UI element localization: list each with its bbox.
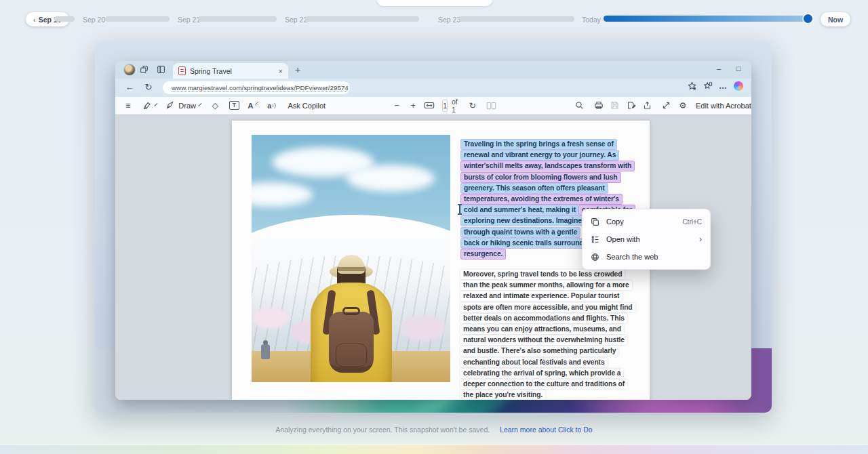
gear-icon[interactable]: ⚙: [677, 99, 689, 112]
timeline-track-segment[interactable]: [105, 16, 170, 22]
menu-item-copy[interactable]: Copy Ctrl+C: [583, 213, 710, 230]
timeline-date-sep20: Sep 20: [83, 16, 105, 24]
snapshot-card: Spring Travel × + – □ × ← ↻ www.margiest…: [95, 41, 772, 413]
copy-icon: [591, 218, 599, 226]
timeline-track-segment[interactable]: [459, 16, 574, 22]
read-aloud-icon[interactable]: a: [266, 99, 278, 112]
submenu-chevron-icon: ›: [699, 234, 702, 244]
timeline-date-sep21: Sep 21: [178, 16, 200, 24]
collections-icon[interactable]: [703, 81, 713, 91]
ask-copilot-button[interactable]: Ask Copilot: [288, 102, 326, 110]
chevron-down-icon[interactable]: [198, 103, 201, 106]
chevron-left-icon: ‹: [33, 16, 36, 24]
timeline-scrubber-knob[interactable]: [804, 14, 812, 23]
minimize-button[interactable]: –: [713, 64, 724, 73]
learn-more-link[interactable]: Learn more about Click to Do: [500, 426, 593, 434]
url-text: www.margiestravel.com/springtravelideas/…: [172, 84, 349, 91]
save-as-icon[interactable]: [625, 99, 637, 112]
workspaces-icon[interactable]: [140, 65, 152, 74]
share-icon[interactable]: [642, 99, 654, 112]
page-count-label: of 1: [452, 98, 458, 114]
url-bar-actions: …: [687, 81, 743, 91]
timeline-active-track[interactable]: [604, 16, 811, 22]
timeline-date-sep22: Sep 22: [285, 16, 307, 24]
highlighted-line[interactable]: resurgence.: [460, 249, 506, 260]
zoom-out-icon[interactable]: −: [391, 99, 403, 112]
menu-shortcut: Ctrl+C: [682, 218, 702, 226]
context-menu: Copy Ctrl+C Open with › Search the web: [582, 209, 711, 270]
travel-photo[interactable]: [252, 135, 450, 382]
chevron-down-icon[interactable]: [155, 103, 158, 106]
menu-item-search-web[interactable]: Search the web: [583, 248, 710, 266]
taskbar-strip: [0, 445, 868, 454]
zoom-in-icon[interactable]: +: [407, 99, 419, 112]
timeline-now-pill[interactable]: Now: [821, 12, 850, 26]
body-paragraph: Moreover, spring travel tends to be less…: [463, 267, 646, 398]
menu-item-label: Copy: [606, 218, 624, 226]
maximize-button[interactable]: □: [733, 64, 744, 73]
menu-item-label: Open with: [606, 235, 640, 243]
draw-pen-icon[interactable]: [163, 99, 176, 112]
text-line[interactable]: the place you're visiting.: [460, 390, 545, 400]
globe-icon: [591, 253, 599, 262]
timeline-track-segment[interactable]: [54, 16, 75, 22]
page-view-icon[interactable]: [486, 99, 498, 112]
recall-search-pill[interactable]: [377, 0, 492, 6]
rotate-icon[interactable]: ↻: [467, 99, 479, 112]
profile-avatar[interactable]: [123, 64, 136, 76]
fit-to-width-icon[interactable]: [423, 99, 435, 112]
distant-person: [261, 344, 270, 359]
edit-with-acrobat-button[interactable]: Edit with Acrobat: [696, 102, 751, 110]
tab-spring-travel[interactable]: Spring Travel ×: [173, 63, 288, 79]
draw-label[interactable]: Draw: [178, 102, 196, 110]
pdf-toolbar: ≡ Draw ◇ T A a Ask Copilot − + 1 of 1 ↻: [115, 97, 751, 115]
copilot-icon[interactable]: [734, 81, 743, 91]
menu-item-label: Search the web: [606, 253, 658, 261]
page-number-input[interactable]: 1: [442, 100, 448, 112]
text-box-icon[interactable]: T: [228, 99, 240, 112]
refresh-icon[interactable]: ↻: [141, 82, 156, 92]
vertical-tabs-icon[interactable]: [157, 65, 169, 74]
highlighter-icon[interactable]: [141, 99, 153, 112]
address-bar[interactable]: www.margiestravel.com/springtravelideas/…: [163, 81, 350, 94]
timeline-now-label: Now: [828, 16, 843, 24]
backpack: [329, 312, 374, 373]
table-of-contents-icon[interactable]: ≡: [122, 99, 134, 112]
search-icon[interactable]: [574, 99, 586, 112]
text-caret: [459, 204, 460, 215]
timeline-date-today: Today: [582, 16, 601, 24]
open-with-icon: [591, 235, 599, 244]
timeline-track-segment[interactable]: [305, 16, 419, 22]
save-icon[interactable]: [609, 99, 621, 112]
menu-item-open-with[interactable]: Open with ›: [583, 230, 710, 248]
eraser-icon[interactable]: ◇: [209, 99, 221, 112]
timeline-date-sep23: Sep 23: [438, 16, 460, 24]
back-icon[interactable]: ←: [122, 82, 137, 92]
browser-window: Spring Travel × + – □ × ← ↻ www.margiest…: [115, 61, 751, 400]
click-to-do-status: Analyzing everything on your screen. Thi…: [0, 426, 868, 434]
tab-close-icon[interactable]: ×: [279, 67, 283, 75]
more-icon[interactable]: …: [719, 81, 728, 91]
new-tab-button[interactable]: +: [295, 64, 300, 75]
print-icon[interactable]: [593, 99, 605, 112]
add-text-icon[interactable]: A: [247, 99, 259, 112]
fullscreen-icon[interactable]: [660, 99, 673, 112]
pdf-icon: [178, 66, 186, 75]
status-text: Analyzing everything on your screen. Thi…: [275, 426, 490, 434]
timeline-track-segment[interactable]: [198, 16, 277, 22]
favorites-settings-icon[interactable]: [687, 81, 697, 91]
tab-title: Spring Travel: [190, 67, 275, 75]
